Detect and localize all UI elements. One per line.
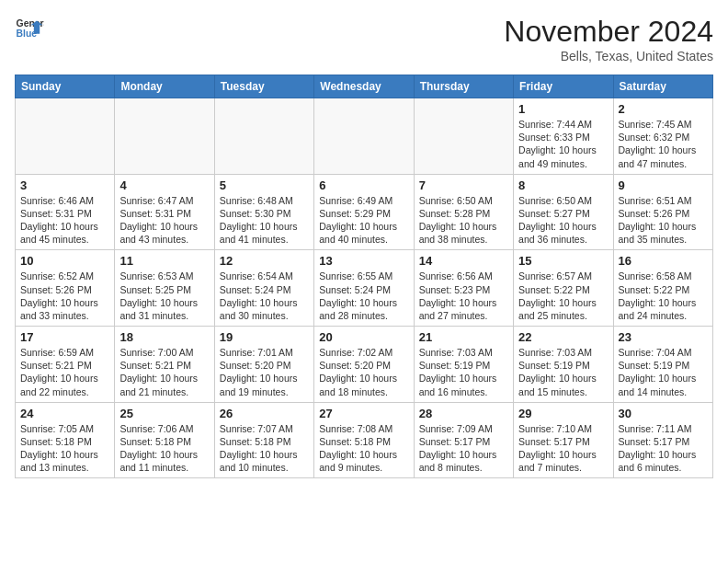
day-info: Sunrise: 7:44 AMSunset: 6:33 PMDaylight:… [518,118,608,170]
day-number: 8 [518,178,608,192]
day-info: Sunrise: 7:08 AMSunset: 5:18 PMDaylight:… [319,422,408,475]
day-info: Sunrise: 7:10 AMSunset: 5:17 PMDaylight:… [518,422,608,475]
day-number: 16 [619,254,708,268]
day-number: 12 [220,254,309,268]
weekday-header-thursday: Thursday [414,75,513,98]
week-row-5: 24Sunrise: 7:05 AMSunset: 5:18 PMDayligh… [16,402,713,478]
day-info: Sunrise: 7:06 AMSunset: 5:18 PMDaylight:… [119,422,209,475]
calendar-cell: 19Sunrise: 7:01 AMSunset: 5:20 PMDayligh… [214,327,313,403]
day-number: 3 [20,178,109,192]
week-row-1: 1Sunrise: 7:44 AMSunset: 6:33 PMDaylight… [16,98,713,175]
day-info: Sunrise: 6:52 AMSunset: 5:26 PMDaylight:… [20,270,109,322]
weekday-header-wednesday: Wednesday [314,75,414,98]
day-number: 19 [220,330,309,344]
calendar-cell: 16Sunrise: 6:58 AMSunset: 5:22 PMDayligh… [613,250,712,327]
calendar-cell: 13Sunrise: 6:55 AMSunset: 5:24 PMDayligh… [314,250,414,327]
day-info: Sunrise: 6:59 AMSunset: 5:21 PMDaylight:… [20,346,109,398]
calendar-cell: 23Sunrise: 7:04 AMSunset: 5:19 PMDayligh… [613,327,712,403]
calendar-cell: 17Sunrise: 6:59 AMSunset: 5:21 PMDayligh… [16,327,115,403]
day-info: Sunrise: 7:45 AMSunset: 6:32 PMDaylight:… [619,118,708,170]
calendar-cell: 15Sunrise: 6:57 AMSunset: 5:22 PMDayligh… [514,250,613,327]
weekday-header-saturday: Saturday [613,75,712,98]
day-info: Sunrise: 6:48 AMSunset: 5:30 PMDaylight:… [220,194,309,247]
day-number: 10 [20,254,109,268]
weekday-header-row: SundayMondayTuesdayWednesdayThursdayFrid… [16,75,713,98]
calendar-cell: 14Sunrise: 6:56 AMSunset: 5:23 PMDayligh… [414,250,513,327]
calendar-cell: 18Sunrise: 7:00 AMSunset: 5:21 PMDayligh… [115,327,214,403]
day-number: 24 [20,407,109,420]
calendar-cell: 3Sunrise: 6:46 AMSunset: 5:31 PMDaylight… [16,174,115,250]
day-number: 4 [119,178,209,192]
day-info: Sunrise: 7:02 AMSunset: 5:20 PMDaylight:… [319,346,408,398]
weekday-header-monday: Monday [115,75,214,98]
weekday-header-friday: Friday [514,75,613,98]
day-info: Sunrise: 7:01 AMSunset: 5:20 PMDaylight:… [220,346,309,398]
day-info: Sunrise: 6:50 AMSunset: 5:27 PMDaylight:… [518,194,608,247]
calendar-cell: 20Sunrise: 7:02 AMSunset: 5:20 PMDayligh… [314,327,414,403]
day-info: Sunrise: 6:54 AMSunset: 5:24 PMDaylight:… [220,270,309,322]
calendar-cell: 9Sunrise: 6:51 AMSunset: 5:26 PMDaylight… [613,174,712,250]
day-info: Sunrise: 6:50 AMSunset: 5:28 PMDaylight:… [419,194,508,247]
day-number: 25 [119,407,209,420]
logo-icon: General Blue [15,15,44,44]
day-number: 9 [619,178,708,192]
day-number: 14 [419,254,508,268]
calendar-cell: 8Sunrise: 6:50 AMSunset: 5:27 PMDaylight… [514,174,613,250]
day-info: Sunrise: 6:55 AMSunset: 5:24 PMDaylight:… [319,270,408,322]
day-number: 5 [220,178,309,192]
logo: General Blue [15,15,44,44]
day-info: Sunrise: 6:47 AMSunset: 5:31 PMDaylight:… [119,194,209,247]
day-number: 13 [319,254,408,268]
day-number: 15 [518,254,608,268]
calendar-cell: 24Sunrise: 7:05 AMSunset: 5:18 PMDayligh… [16,402,115,478]
calendar-cell: 6Sunrise: 6:49 AMSunset: 5:29 PMDaylight… [314,174,414,250]
day-number: 20 [319,330,408,344]
calendar-cell [314,98,414,175]
calendar-cell: 1Sunrise: 7:44 AMSunset: 6:33 PMDaylight… [514,98,613,175]
week-row-4: 17Sunrise: 6:59 AMSunset: 5:21 PMDayligh… [16,327,713,403]
day-info: Sunrise: 7:04 AMSunset: 5:19 PMDaylight:… [619,346,708,398]
day-info: Sunrise: 7:03 AMSunset: 5:19 PMDaylight:… [419,346,508,398]
day-number: 26 [220,407,309,420]
calendar-cell: 30Sunrise: 7:11 AMSunset: 5:17 PMDayligh… [613,402,712,478]
day-number: 2 [619,102,708,116]
day-number: 1 [518,102,608,116]
day-info: Sunrise: 6:46 AMSunset: 5:31 PMDaylight:… [20,194,109,247]
calendar-cell: 29Sunrise: 7:10 AMSunset: 5:17 PMDayligh… [514,402,613,478]
day-info: Sunrise: 7:03 AMSunset: 5:19 PMDaylight:… [518,346,608,398]
day-info: Sunrise: 7:05 AMSunset: 5:18 PMDaylight:… [20,422,109,475]
calendar-cell: 22Sunrise: 7:03 AMSunset: 5:19 PMDayligh… [514,327,613,403]
calendar-table: SundayMondayTuesdayWednesdayThursdayFrid… [15,75,713,478]
day-info: Sunrise: 6:58 AMSunset: 5:22 PMDaylight:… [619,270,708,322]
day-number: 30 [619,407,708,420]
calendar-cell: 2Sunrise: 7:45 AMSunset: 6:32 PMDaylight… [613,98,712,175]
weekday-header-tuesday: Tuesday [214,75,313,98]
day-number: 18 [119,330,209,344]
day-info: Sunrise: 6:53 AMSunset: 5:25 PMDaylight:… [119,270,209,322]
day-number: 7 [419,178,508,192]
day-info: Sunrise: 7:00 AMSunset: 5:21 PMDaylight:… [119,346,209,398]
day-number: 6 [319,178,408,192]
day-number: 17 [20,330,109,344]
calendar-cell: 27Sunrise: 7:08 AMSunset: 5:18 PMDayligh… [314,402,414,478]
day-number: 21 [419,330,508,344]
page-header: General Blue November 2024 Bells, Texas,… [15,15,713,63]
week-row-2: 3Sunrise: 6:46 AMSunset: 5:31 PMDaylight… [16,174,713,250]
day-number: 28 [419,407,508,420]
calendar-cell: 28Sunrise: 7:09 AMSunset: 5:17 PMDayligh… [414,402,513,478]
title-block: November 2024 Bells, Texas, United State… [504,15,713,63]
day-info: Sunrise: 6:57 AMSunset: 5:22 PMDaylight:… [518,270,608,322]
calendar-cell [214,98,313,175]
week-row-3: 10Sunrise: 6:52 AMSunset: 5:26 PMDayligh… [16,250,713,327]
day-number: 27 [319,407,408,420]
calendar-cell: 26Sunrise: 7:07 AMSunset: 5:18 PMDayligh… [214,402,313,478]
calendar-cell: 10Sunrise: 6:52 AMSunset: 5:26 PMDayligh… [16,250,115,327]
calendar-cell: 11Sunrise: 6:53 AMSunset: 5:25 PMDayligh… [115,250,214,327]
location: Bells, Texas, United States [504,49,713,63]
day-info: Sunrise: 6:51 AMSunset: 5:26 PMDaylight:… [619,194,708,247]
calendar-cell: 4Sunrise: 6:47 AMSunset: 5:31 PMDaylight… [115,174,214,250]
day-info: Sunrise: 7:09 AMSunset: 5:17 PMDaylight:… [419,422,508,475]
month-title: November 2024 [504,15,713,49]
calendar-cell: 7Sunrise: 6:50 AMSunset: 5:28 PMDaylight… [414,174,513,250]
calendar-cell [115,98,214,175]
